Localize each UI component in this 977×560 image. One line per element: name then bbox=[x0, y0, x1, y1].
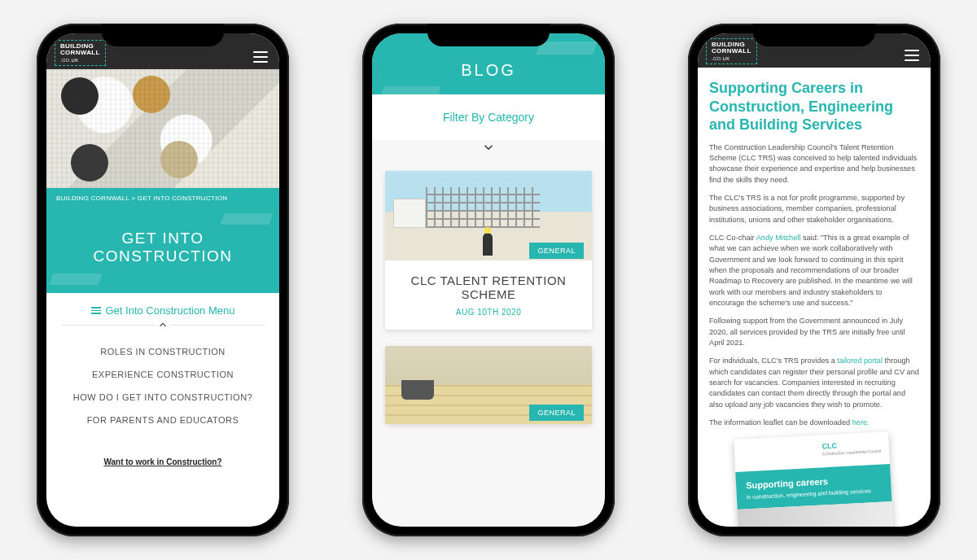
article-p4: Following support from the Government an… bbox=[709, 316, 919, 348]
breadcrumb[interactable]: BUILDING CORNWALL > GET INTO CONSTRUCTIO… bbox=[46, 188, 279, 208]
brand-logo[interactable]: BUILDING CORNWALL .CO.UK bbox=[55, 40, 106, 66]
screen-article: BUILDING CORNWALL .CO.UK Supporting Care… bbox=[698, 33, 931, 527]
phone-notch bbox=[102, 24, 224, 46]
link-download-here[interactable]: here. bbox=[852, 418, 870, 427]
brand-line2: CORNWALL bbox=[712, 47, 751, 55]
menu-icon[interactable] bbox=[901, 46, 922, 64]
category-tag[interactable]: GENERAL bbox=[529, 243, 584, 259]
blog-card-2[interactable]: GENERAL bbox=[385, 346, 592, 424]
section-menu-label: Get Into Construction Menu bbox=[106, 304, 235, 317]
screen-get-into-construction: BUILDING CORNWALL .CO.UK BUILDING CORNWA… bbox=[46, 33, 279, 527]
article-p6: The information leaflet can be downloade… bbox=[709, 418, 919, 428]
link-andy-mitchell[interactable]: Andy Mitchell bbox=[756, 234, 801, 242]
article-p5: For individuals, CLC's TRS provides a ta… bbox=[709, 356, 919, 410]
hero-image bbox=[46, 69, 279, 188]
article-heading: Supporting Careers in Construction, Engi… bbox=[709, 79, 919, 134]
phone-notch bbox=[427, 24, 550, 46]
menu-item-experience[interactable]: EXPERIENCE CONSTRUCTION bbox=[55, 363, 271, 386]
category-tag[interactable]: GENERAL bbox=[529, 405, 584, 421]
chevron-up-icon[interactable] bbox=[156, 317, 170, 332]
blog-card-1[interactable]: GENERAL CLC TALENT RETENTION SCHEME AUG … bbox=[385, 171, 592, 330]
leaflet-image: CLC Construction Leadership Council Supp… bbox=[734, 432, 895, 527]
article-p2: The CLC's TRS is a not for profit progra… bbox=[709, 193, 919, 225]
article-body: Supporting Careers in Construction, Engi… bbox=[698, 68, 931, 527]
cta-link[interactable]: Want to work in Construction? bbox=[46, 436, 279, 466]
link-tailored-portal[interactable]: tailored portal bbox=[837, 357, 883, 365]
menu-item-roles[interactable]: ROLES IN CONSTRUCTION bbox=[55, 340, 271, 363]
phone-mockup-3: BUILDING CORNWALL .CO.UK Supporting Care… bbox=[688, 24, 940, 536]
divider bbox=[61, 325, 265, 326]
filter-by-category[interactable]: Filter By Category bbox=[372, 94, 605, 140]
clc-logo: CLC Construction Leadership Council bbox=[821, 439, 881, 457]
menu-item-howto[interactable]: HOW DO I GET INTO CONSTRUCTION? bbox=[55, 386, 271, 409]
phone-notch bbox=[753, 24, 875, 46]
card-date: AUG 10TH 2020 bbox=[385, 308, 592, 330]
phone-mockup-1: BUILDING CORNWALL .CO.UK BUILDING CORNWA… bbox=[37, 24, 289, 536]
chevron-down-icon[interactable] bbox=[372, 140, 605, 163]
card-title: CLC TALENT RETENTION SCHEME bbox=[385, 260, 592, 308]
menu-item-parents[interactable]: FOR PARENTS AND EDUCATORS bbox=[55, 409, 271, 431]
article-p1: The Construction Leadership Council's Ta… bbox=[709, 142, 919, 186]
screen-blog: BLOG Filter By Category GENERAL CLC TALE… bbox=[372, 33, 605, 527]
brand-sub: .CO.UK bbox=[60, 58, 100, 63]
phone-mockup-2: BLOG Filter By Category GENERAL CLC TALE… bbox=[362, 24, 615, 536]
article-p3: CLC Co-chair Andy Mitchell said: "This i… bbox=[709, 233, 919, 308]
page-title: GET INTO CONSTRUCTION bbox=[46, 208, 279, 293]
brand-line2: CORNWALL bbox=[60, 49, 100, 56]
brand-logo[interactable]: BUILDING CORNWALL .CO.UK bbox=[706, 38, 757, 64]
list-icon bbox=[91, 307, 101, 314]
brand-sub: .CO.UK bbox=[712, 56, 751, 61]
menu-icon[interactable] bbox=[250, 48, 271, 66]
section-menu: ROLES IN CONSTRUCTION EXPERIENCE CONSTRU… bbox=[46, 326, 279, 436]
